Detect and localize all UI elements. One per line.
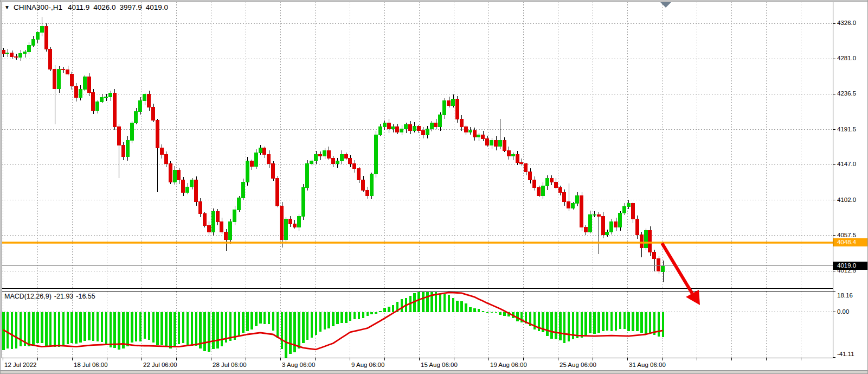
macd-indicator-label: MACD(12,26,9)-21.93-16.55 bbox=[4, 293, 98, 300]
symbol-dropdown-icon[interactable]: ▼ bbox=[4, 4, 10, 10]
chart-canvas[interactable] bbox=[1, 1, 868, 374]
price-axis-label: 4236.5 bbox=[837, 90, 856, 97]
time-axis-label: 22 Jul 06:00 bbox=[143, 362, 177, 368]
price-axis-label: 4281.0 bbox=[837, 55, 856, 61]
hline-price-badge: 4048.4 bbox=[833, 238, 868, 246]
ohlc-high: 4026.0 bbox=[93, 3, 115, 11]
price-axis-label: 4326.0 bbox=[837, 20, 856, 26]
time-axis-label: 19 Aug 06:00 bbox=[490, 362, 527, 368]
chart-title: ▼CHINA300-,H14011.94026.03997.94019.0 bbox=[4, 3, 172, 11]
time-axis-label: 18 Jul 06:00 bbox=[74, 362, 108, 368]
time-axis-label: 3 Aug 06:00 bbox=[282, 362, 315, 368]
time-axis-label: 25 Aug 06:00 bbox=[560, 362, 596, 368]
macd-name: MACD(12,26,9) bbox=[4, 293, 52, 300]
panel-frames bbox=[1, 2, 868, 360]
trading-chart-window: ▼CHINA300-,H14011.94026.03997.94019.0 MA… bbox=[0, 0, 868, 374]
macd-value: -21.93 bbox=[54, 293, 73, 300]
macd-scale-label: 18.16 bbox=[837, 292, 853, 299]
symbol-period-label: CHINA300-,H1 bbox=[14, 3, 62, 11]
macd-scale-label: 0.00 bbox=[837, 308, 849, 315]
bid-price-badge: 4019.0 bbox=[833, 262, 868, 270]
window-bottom-edge bbox=[1, 370, 868, 373]
time-axis-label: 12 Jul 2022 bbox=[4, 362, 36, 368]
time-axis-label: 9 Aug 06:00 bbox=[351, 362, 384, 368]
time-axis-label: 28 Jul 06:00 bbox=[213, 362, 247, 368]
price-axis-label: 4191.5 bbox=[837, 126, 856, 132]
ohlc-open: 4011.9 bbox=[68, 3, 89, 11]
time-axis-label: 31 Aug 06:00 bbox=[629, 362, 666, 368]
price-axis-label: 4057.5 bbox=[837, 232, 856, 238]
gridlines bbox=[2, 2, 833, 358]
macd-indicator bbox=[2, 292, 664, 358]
ohlc-low: 3997.9 bbox=[120, 3, 142, 11]
price-axis-label: 4102.0 bbox=[837, 196, 856, 203]
trend-arrow[interactable] bbox=[662, 243, 700, 305]
macd-scale-label: -41.11 bbox=[837, 351, 854, 357]
time-axis-label: 15 Aug 06:00 bbox=[421, 362, 458, 368]
ohlc-close: 4019.0 bbox=[146, 3, 168, 11]
price-axis-label: 4147.0 bbox=[837, 161, 856, 167]
macd-signal-value: -16.55 bbox=[76, 293, 95, 300]
